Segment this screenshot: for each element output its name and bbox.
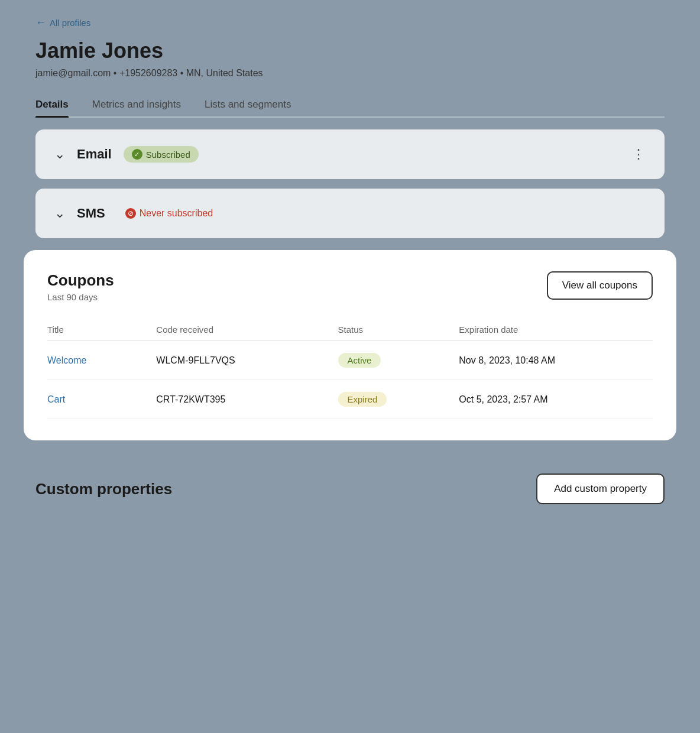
coupons-section: Coupons Last 90 days View all coupons Ti… <box>24 250 676 440</box>
col-header-expiration: Expiration date <box>459 319 653 341</box>
profile-phone: +1952609283 <box>119 68 177 78</box>
coupons-subtitle: Last 90 days <box>47 292 114 302</box>
coupon-expiration-1: Oct 5, 2023, 2:57 AM <box>459 380 653 419</box>
tabs-bar: Details Metrics and insights Lists and s… <box>35 93 665 118</box>
email-status-label: Subscribed <box>146 150 190 160</box>
sms-status-badge: ⊘ Never subscribed <box>117 205 222 222</box>
profile-email: jamie@gmail.com <box>35 68 111 78</box>
col-header-code: Code received <box>156 319 338 341</box>
table-header-row: Title Code received Status Expiration da… <box>47 319 653 341</box>
sms-status-label: Never subscribed <box>140 208 213 219</box>
email-card: ⌄ Email ✓ Subscribed ⋮ <box>35 129 665 179</box>
coupons-header-text: Coupons Last 90 days <box>47 271 114 302</box>
email-status-badge: ✓ Subscribed <box>124 146 199 163</box>
coupon-code-0: WLCM-9FLL7VQS <box>156 341 338 380</box>
sms-card-left: ⌄ SMS ⊘ Never subscribed <box>54 205 221 222</box>
coupon-expiration-0: Nov 8, 2023, 10:48 AM <box>459 341 653 380</box>
profile-name: Jamie Jones <box>35 38 665 63</box>
coupon-status-0: Active <box>338 341 459 380</box>
sms-chevron-icon[interactable]: ⌄ <box>54 206 65 221</box>
page-wrapper: ← All profiles Jamie Jones jamie@gmail.c… <box>0 0 700 733</box>
profile-meta: jamie@gmail.com • +1952609283 • MN, Unit… <box>35 68 665 79</box>
meta-separator-1: • <box>114 68 119 78</box>
top-section: ← All profiles Jamie Jones jamie@gmail.c… <box>0 0 700 118</box>
no-icon: ⊘ <box>125 208 136 219</box>
cards-section: ⌄ Email ✓ Subscribed ⋮ ⌄ SMS ⊘ Never sub… <box>0 118 700 250</box>
email-card-title: Email <box>77 147 112 162</box>
tab-details[interactable]: Details <box>35 93 69 116</box>
profile-location: MN, United States <box>186 68 263 78</box>
table-row: Cart CRT-72KWT395 Expired Oct 5, 2023, 2… <box>47 380 653 419</box>
back-link-label: All profiles <box>50 18 90 28</box>
email-card-left: ⌄ Email ✓ Subscribed <box>54 146 199 163</box>
email-chevron-icon[interactable]: ⌄ <box>54 147 65 162</box>
sms-card-title: SMS <box>77 206 105 221</box>
coupon-title-1[interactable]: Cart <box>47 380 156 419</box>
view-all-coupons-button[interactable]: View all coupons <box>547 271 653 300</box>
coupon-status-1: Expired <box>338 380 459 419</box>
tab-lists[interactable]: Lists and segments <box>205 93 291 116</box>
custom-properties-section: Custom properties Add custom property <box>0 452 700 526</box>
sms-card: ⌄ SMS ⊘ Never subscribed <box>35 189 665 238</box>
status-badge-expired: Expired <box>338 392 387 407</box>
check-icon: ✓ <box>132 149 142 160</box>
email-menu-dots[interactable]: ⋮ <box>632 147 646 162</box>
add-custom-property-button[interactable]: Add custom property <box>536 473 665 504</box>
back-arrow-icon: ← <box>35 17 46 29</box>
coupons-table: Title Code received Status Expiration da… <box>47 319 653 419</box>
coupon-title-0[interactable]: Welcome <box>47 341 156 380</box>
status-badge-active: Active <box>338 353 381 368</box>
col-header-status: Status <box>338 319 459 341</box>
col-header-title: Title <box>47 319 156 341</box>
coupon-code-1: CRT-72KWT395 <box>156 380 338 419</box>
coupons-header: Coupons Last 90 days View all coupons <box>47 271 653 302</box>
meta-separator-2: • <box>180 68 186 78</box>
back-link[interactable]: ← All profiles <box>35 17 90 29</box>
coupons-title: Coupons <box>47 271 114 290</box>
custom-properties-title: Custom properties <box>35 480 172 498</box>
tab-metrics[interactable]: Metrics and insights <box>92 93 181 116</box>
table-row: Welcome WLCM-9FLL7VQS Active Nov 8, 2023… <box>47 341 653 380</box>
